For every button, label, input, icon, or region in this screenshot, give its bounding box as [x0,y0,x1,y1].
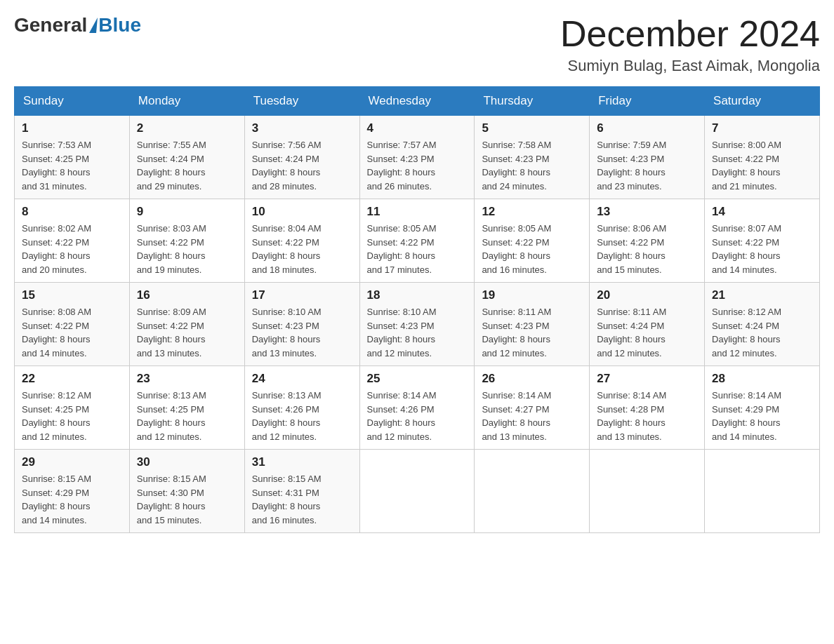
day-number: 16 [137,288,237,302]
day-number: 23 [137,372,237,386]
day-info: Sunrise: 7:55 AMSunset: 4:24 PMDaylight:… [137,138,237,193]
location: Sumiyn Bulag, East Aimak, Mongolia [560,57,820,75]
day-number: 7 [712,121,812,135]
day-number: 24 [252,372,352,386]
calendar-week-row: 29 Sunrise: 8:15 AMSunset: 4:29 PMDaylig… [15,450,820,533]
table-row: 9 Sunrise: 8:03 AMSunset: 4:22 PMDayligh… [129,199,244,283]
table-row: 22 Sunrise: 8:12 AMSunset: 4:25 PMDaylig… [15,366,130,450]
day-info: Sunrise: 8:14 AMSunset: 4:29 PMDaylight:… [712,389,812,443]
table-row: 18 Sunrise: 8:10 AMSunset: 4:23 PMDaylig… [359,283,475,366]
day-info: Sunrise: 8:00 AMSunset: 4:22 PMDaylight:… [712,138,812,193]
day-number: 19 [482,288,582,302]
table-row [705,450,820,533]
day-info: Sunrise: 7:53 AMSunset: 4:25 PMDaylight:… [22,138,122,193]
day-info: Sunrise: 8:15 AMSunset: 4:29 PMDaylight:… [22,472,122,527]
table-row: 27 Sunrise: 8:14 AMSunset: 4:28 PMDaylig… [590,366,705,450]
table-row: 5 Sunrise: 7:58 AMSunset: 4:23 PMDayligh… [475,116,590,199]
day-number: 10 [252,205,352,219]
day-number: 20 [597,288,697,302]
day-info: Sunrise: 8:15 AMSunset: 4:30 PMDaylight:… [137,472,237,527]
table-row: 4 Sunrise: 7:57 AMSunset: 4:23 PMDayligh… [359,116,475,199]
header-wednesday: Wednesday [359,87,475,116]
day-info: Sunrise: 8:13 AMSunset: 4:26 PMDaylight:… [252,389,352,443]
day-info: Sunrise: 8:08 AMSunset: 4:22 PMDaylight:… [22,305,122,360]
day-number: 3 [252,121,352,135]
day-info: Sunrise: 8:12 AMSunset: 4:24 PMDaylight:… [712,305,812,360]
month-title: December 2024 [560,14,820,54]
day-info: Sunrise: 7:59 AMSunset: 4:23 PMDaylight:… [597,138,697,193]
day-number: 5 [482,121,582,135]
day-info: Sunrise: 8:05 AMSunset: 4:22 PMDaylight:… [367,222,468,276]
title-section: December 2024 Sumiyn Bulag, East Aimak, … [560,14,820,75]
header-tuesday: Tuesday [244,87,359,116]
day-number: 6 [597,121,697,135]
page-header: General Blue December 2024 Sumiyn Bulag,… [14,14,820,75]
header-sunday: Sunday [15,87,130,116]
table-row: 21 Sunrise: 8:12 AMSunset: 4:24 PMDaylig… [705,283,820,366]
day-number: 8 [22,205,122,219]
logo-triangle-icon [89,18,98,33]
table-row: 17 Sunrise: 8:10 AMSunset: 4:23 PMDaylig… [244,283,359,366]
day-info: Sunrise: 7:56 AMSunset: 4:24 PMDaylight:… [252,138,352,193]
day-number: 4 [367,121,468,135]
header-thursday: Thursday [475,87,590,116]
day-info: Sunrise: 8:07 AMSunset: 4:22 PMDaylight:… [712,222,812,276]
day-info: Sunrise: 8:13 AMSunset: 4:25 PMDaylight:… [137,389,237,443]
day-number: 27 [597,372,697,386]
day-number: 18 [367,288,468,302]
table-row [475,450,590,533]
table-row: 15 Sunrise: 8:08 AMSunset: 4:22 PMDaylig… [15,283,130,366]
day-number: 12 [482,205,582,219]
calendar-week-row: 15 Sunrise: 8:08 AMSunset: 4:22 PMDaylig… [15,283,820,366]
day-info: Sunrise: 8:03 AMSunset: 4:22 PMDaylight:… [137,222,237,276]
logo: General Blue [14,14,141,34]
day-number: 21 [712,288,812,302]
table-row [359,450,475,533]
table-row: 30 Sunrise: 8:15 AMSunset: 4:30 PMDaylig… [129,450,244,533]
day-number: 11 [367,205,468,219]
day-info: Sunrise: 8:02 AMSunset: 4:22 PMDaylight:… [22,222,122,276]
day-number: 28 [712,372,812,386]
calendar-header-row: Sunday Monday Tuesday Wednesday Thursday… [15,87,820,116]
day-info: Sunrise: 8:06 AMSunset: 4:22 PMDaylight:… [597,222,697,276]
table-row: 13 Sunrise: 8:06 AMSunset: 4:22 PMDaylig… [590,199,705,283]
table-row: 3 Sunrise: 7:56 AMSunset: 4:24 PMDayligh… [244,116,359,199]
header-monday: Monday [129,87,244,116]
day-info: Sunrise: 8:10 AMSunset: 4:23 PMDaylight:… [367,305,468,360]
logo-general-text: General [14,14,87,36]
table-row: 8 Sunrise: 8:02 AMSunset: 4:22 PMDayligh… [15,199,130,283]
day-info: Sunrise: 8:12 AMSunset: 4:25 PMDaylight:… [22,389,122,443]
table-row: 31 Sunrise: 8:15 AMSunset: 4:31 PMDaylig… [244,450,359,533]
table-row: 7 Sunrise: 8:00 AMSunset: 4:22 PMDayligh… [705,116,820,199]
day-info: Sunrise: 8:14 AMSunset: 4:26 PMDaylight:… [367,389,468,443]
table-row: 10 Sunrise: 8:04 AMSunset: 4:22 PMDaylig… [244,199,359,283]
day-number: 17 [252,288,352,302]
day-info: Sunrise: 7:57 AMSunset: 4:23 PMDaylight:… [367,138,468,193]
day-info: Sunrise: 8:04 AMSunset: 4:22 PMDaylight:… [252,222,352,276]
day-number: 26 [482,372,582,386]
day-number: 15 [22,288,122,302]
table-row: 19 Sunrise: 8:11 AMSunset: 4:23 PMDaylig… [475,283,590,366]
table-row: 24 Sunrise: 8:13 AMSunset: 4:26 PMDaylig… [244,366,359,450]
table-row: 6 Sunrise: 7:59 AMSunset: 4:23 PMDayligh… [590,116,705,199]
day-number: 1 [22,121,122,135]
table-row: 20 Sunrise: 8:11 AMSunset: 4:24 PMDaylig… [590,283,705,366]
day-info: Sunrise: 8:11 AMSunset: 4:23 PMDaylight:… [482,305,582,360]
day-number: 25 [367,372,468,386]
table-row: 2 Sunrise: 7:55 AMSunset: 4:24 PMDayligh… [129,116,244,199]
day-info: Sunrise: 8:14 AMSunset: 4:27 PMDaylight:… [482,389,582,443]
day-number: 2 [137,121,237,135]
table-row: 1 Sunrise: 7:53 AMSunset: 4:25 PMDayligh… [15,116,130,199]
day-number: 29 [22,455,122,469]
day-info: Sunrise: 7:58 AMSunset: 4:23 PMDaylight:… [482,138,582,193]
day-info: Sunrise: 8:05 AMSunset: 4:22 PMDaylight:… [482,222,582,276]
logo-blue-text: Blue [98,14,141,36]
day-number: 14 [712,205,812,219]
calendar-week-row: 22 Sunrise: 8:12 AMSunset: 4:25 PMDaylig… [15,366,820,450]
calendar-week-row: 1 Sunrise: 7:53 AMSunset: 4:25 PMDayligh… [15,116,820,199]
day-number: 31 [252,455,352,469]
table-row [590,450,705,533]
table-row: 14 Sunrise: 8:07 AMSunset: 4:22 PMDaylig… [705,199,820,283]
calendar-week-row: 8 Sunrise: 8:02 AMSunset: 4:22 PMDayligh… [15,199,820,283]
table-row: 26 Sunrise: 8:14 AMSunset: 4:27 PMDaylig… [475,366,590,450]
